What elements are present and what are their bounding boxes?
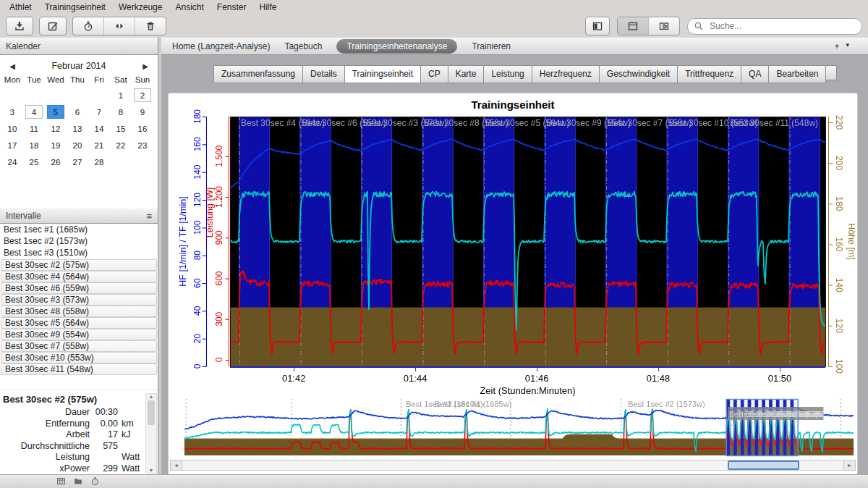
stopwatch-status-icon[interactable]: [90, 476, 100, 486]
sidebar-splitter[interactable]: [158, 38, 161, 475]
tab-karte[interactable]: Karte: [448, 65, 485, 83]
calendar-day-13[interactable]: 13: [67, 120, 88, 137]
calendar-day-7[interactable]: 7: [88, 104, 110, 120]
compose-icon: [47, 20, 59, 32]
scrollbar-track[interactable]: [182, 460, 843, 471]
calendar-day-3[interactable]: 3: [1, 104, 23, 120]
calendar-day-25[interactable]: 25: [23, 153, 45, 170]
add-chart-button[interactable]: +: [834, 41, 839, 51]
menu-fenster[interactable]: Fenster: [210, 1, 253, 14]
menu-athlet[interactable]: Athlet: [3, 1, 38, 14]
tab-bearbeiten[interactable]: Bearbeiten: [768, 65, 826, 83]
calendar-day-5[interactable]: 5: [45, 104, 67, 120]
calendar-day-label: 5: [47, 105, 64, 119]
delete-activity-button[interactable]: [135, 17, 166, 35]
scope-tab-trainieren[interactable]: Trainieren: [472, 41, 511, 51]
split-activity-button[interactable]: [103, 17, 135, 35]
calendar-day-label: 17: [4, 138, 21, 152]
calendar-day-27[interactable]: 27: [67, 153, 88, 170]
interval-item-best-30sec-9-554w[interactable]: Best 30sec #9 (554w): [1, 329, 157, 340]
calendar-grid-icon[interactable]: [56, 476, 66, 486]
calendar-day-12[interactable]: 12: [45, 120, 67, 137]
calendar-day-21[interactable]: 21: [88, 137, 110, 153]
calendar-day-26[interactable]: 26: [45, 153, 67, 170]
scroll-left-button[interactable]: ◄: [170, 460, 182, 471]
stopwatch-button[interactable]: [73, 17, 103, 35]
calendar-day-20[interactable]: 20: [67, 137, 88, 153]
interval-item-best-30sec-7-558w[interactable]: Best 30sec #7 (558w): [1, 340, 157, 352]
calendar-day-18[interactable]: 18: [23, 137, 45, 153]
interval-item-best-1sec-3-1510w[interactable]: Best 1sec #3 (1510w): [0, 248, 158, 259]
calendar-day-9[interactable]: 9: [132, 104, 153, 120]
detail-unit: Watt: [122, 452, 146, 463]
interval-item-best-30sec-8-558w[interactable]: Best 30sec #8 (558w): [1, 306, 157, 317]
calendar-day-headers: MonTueWedThuFriSatSun: [1, 75, 153, 84]
interval-item-best-30sec-2-575w[interactable]: Best 30sec #2 (575w): [1, 259, 157, 271]
tab-details[interactable]: Details: [302, 65, 345, 83]
details-scrollbar[interactable]: ▲ ▼: [145, 393, 157, 474]
calendar-day-28[interactable]: 28: [88, 153, 110, 170]
calendar-day-23[interactable]: 23: [132, 137, 153, 153]
search-field[interactable]: [687, 18, 862, 35]
calendar-day-15[interactable]: 15: [110, 120, 132, 137]
tab-zusammenfassung[interactable]: Zusammenfassung: [213, 65, 303, 83]
folder-icon[interactable]: [73, 476, 83, 486]
calendar-day-4[interactable]: 4: [23, 104, 45, 120]
sidebar-toggle-button[interactable]: [585, 17, 610, 35]
details-scrollbar-thumb[interactable]: [148, 400, 155, 425]
menu-ansicht[interactable]: Ansicht: [169, 1, 210, 14]
calendar-day-8[interactable]: 8: [110, 104, 132, 120]
chart-panel: Trainingseinheit ◄ ►: [168, 93, 858, 475]
calendar-day-19[interactable]: 19: [45, 137, 67, 153]
calendar-day-2[interactable]: 2: [132, 87, 153, 104]
import-activity-button[interactable]: [6, 17, 33, 35]
calendar-day-1[interactable]: 1: [110, 87, 132, 104]
menu-werkzeuge[interactable]: Werkzeuge: [112, 1, 169, 14]
manual-activity-button[interactable]: [39, 17, 67, 35]
menu-hilfe[interactable]: Hilfe: [253, 1, 284, 14]
overview-chart-canvas[interactable]: [175, 397, 855, 458]
calendar-day-16[interactable]: 16: [132, 120, 153, 137]
tab-trainingseinheit[interactable]: Trainingseinheit: [344, 65, 421, 83]
tab-cp[interactable]: CP: [420, 65, 448, 83]
calendar-day-24[interactable]: 24: [1, 153, 23, 170]
scroll-down-icon[interactable]: ▼: [149, 468, 154, 473]
tab-geschwindigkeit[interactable]: Geschwindigkeit: [599, 65, 678, 83]
calendar-day-10[interactable]: 10: [1, 120, 23, 137]
interval-item-best-30sec-6-559w[interactable]: Best 30sec #6 (559w): [1, 282, 157, 294]
scope-tab-tagebuch[interactable]: Tagebuch: [284, 41, 322, 51]
calendar-day-label: 15: [112, 122, 129, 135]
calendar-day-22[interactable]: 22: [110, 137, 132, 153]
calendar-next-button[interactable]: ▶: [133, 62, 158, 70]
scope-tab-trainingseinheitenanalyse[interactable]: Trainingseinheitenanalyse: [336, 39, 457, 54]
interval-details-grid: Dauer00:30Entfernung0.00kmArbeit17kJDurc…: [0, 407, 158, 475]
tab-leistung[interactable]: Leistung: [483, 65, 532, 83]
chart-menu-button[interactable]: ▾: [846, 41, 849, 51]
main-chart-canvas[interactable]: [175, 96, 855, 397]
scroll-right-button[interactable]: ►: [843, 460, 856, 471]
tab-trittfrequenz[interactable]: Trittfrequenz: [677, 65, 741, 83]
interval-item-best-30sec-11-548w[interactable]: Best 30sec #11 (548w): [1, 363, 157, 375]
interval-item-best-30sec-4-564w[interactable]: Best 30sec #4 (564w): [1, 271, 157, 282]
scroll-up-icon[interactable]: ▲: [149, 394, 154, 399]
interval-item-best-30sec-5-564w[interactable]: Best 30sec #5 (564w): [1, 317, 157, 329]
calendar-day-6[interactable]: 6: [67, 104, 88, 120]
hamburger-menu-icon[interactable]: ≡: [146, 211, 152, 222]
calendar-prev-button[interactable]: ◀: [0, 62, 25, 70]
interval-item-best-30sec-3-573w[interactable]: Best 30sec #3 (573w): [1, 294, 157, 306]
interval-item-best-1sec-1-1685w[interactable]: Best 1sec #1 (1685w): [0, 224, 158, 236]
interval-item-best-30sec-10-553w[interactable]: Best 30sec #10 (553w): [1, 352, 157, 363]
layout-view-button[interactable]: [648, 17, 679, 35]
scrollbar-thumb[interactable]: [728, 460, 799, 470]
calendar-day-11[interactable]: 11: [23, 120, 45, 137]
calendar-day-17[interactable]: 17: [1, 137, 23, 153]
calendar-day-14[interactable]: 14: [88, 120, 110, 137]
tab-qa[interactable]: QA: [741, 65, 769, 83]
tiled-view-button[interactable]: [618, 17, 648, 35]
tab-herzfrequenz[interactable]: Herzfrequenz: [532, 65, 600, 83]
search-input[interactable]: [708, 20, 856, 32]
tab-blank[interactable]: [825, 65, 837, 80]
menu-trainingseinheit[interactable]: Trainingseinheit: [38, 1, 112, 14]
scope-tab-home-langzeit-analyse[interactable]: Home (Langzeit-Analyse): [172, 41, 270, 51]
interval-item-best-1sec-2-1573w[interactable]: Best 1sec #2 (1573w): [0, 236, 158, 248]
